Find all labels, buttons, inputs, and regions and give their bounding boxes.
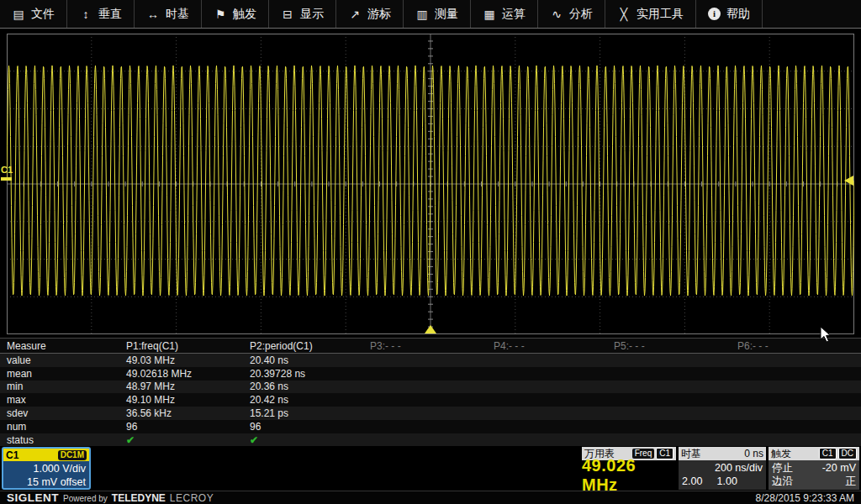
- utility-icon: ╳: [617, 8, 631, 21]
- measure-cell-sdev-p1: 36.56 kHz: [119, 407, 243, 419]
- coupling-badge: DC1M: [58, 450, 87, 460]
- measure-row-label: status: [0, 434, 119, 446]
- measure-row-num: num9696: [0, 420, 861, 433]
- channel-offset-bar: [1, 177, 12, 181]
- trigger-source-badge: C1: [819, 448, 837, 459]
- menu-item-vertical[interactable]: ↕垂直: [67, 0, 135, 28]
- file-icon: ▤: [12, 8, 25, 21]
- menu-item-file[interactable]: ▤文件: [0, 0, 67, 28]
- measure-cell-status-p1: ✔: [119, 434, 243, 446]
- cursor-icon: ↗: [348, 8, 362, 21]
- menu-item-label: 实用工具: [637, 7, 684, 22]
- bottom-panel-row: C1 DC1M 1.000 V/div 15 mV offset 万用表 Fre…: [0, 446, 861, 491]
- measure-row-status: status✔✔: [0, 433, 861, 447]
- channel-name: C1: [6, 449, 18, 461]
- trigger-icon: ⚑: [214, 8, 227, 21]
- timebase-delay: 0 ns: [744, 448, 763, 459]
- measure-param-header-p3[interactable]: P3:- - -: [363, 340, 487, 352]
- channel-offset-marker[interactable]: C1: [1, 165, 13, 181]
- scope-screen[interactable]: C1: [0, 29, 861, 338]
- menu-item-cursor[interactable]: ↗游标: [336, 0, 404, 28]
- help-icon: i: [708, 8, 721, 20]
- menu-item-help[interactable]: i帮助: [696, 0, 763, 28]
- measure-cell-sdev-p2: 15.21 ps: [243, 407, 363, 419]
- measure-cell-num-p2: 96: [243, 421, 363, 433]
- trigger-level: -20 mV: [822, 461, 856, 475]
- trigger-mode: 停止: [772, 461, 793, 475]
- measure-row-label: num: [0, 421, 119, 433]
- measure-cell-max-p1: 49.10 MHz: [119, 394, 243, 406]
- status-bar: SIGLENT Powered by TELEDYNE LECROY 8/28/…: [0, 491, 861, 504]
- timebase-panel[interactable]: 时基 0 ns 200 ns/div 2.00 kS 1.00 GS/s: [679, 447, 766, 490]
- measure-row-label: value: [0, 354, 119, 366]
- measure-row-value: value49.03 MHz20.40 ns: [0, 354, 861, 367]
- measure-param-header-p4[interactable]: P4:- - -: [487, 340, 607, 352]
- math-icon: ▦: [483, 8, 496, 21]
- measure-row-label: max: [0, 394, 119, 406]
- measure-table: MeasureP1:freq(C1)P2:period(C1)P3:- - -P…: [0, 338, 861, 446]
- trigger-panel[interactable]: 触发 C1 DC 停止 -20 mV 边沿 正: [769, 447, 859, 490]
- menu-item-label: 文件: [31, 7, 55, 22]
- menu-item-analysis[interactable]: ∿分析: [538, 0, 605, 28]
- trigger-type: 边沿: [772, 475, 793, 488]
- powered-by-text: Powered by: [63, 494, 108, 503]
- measure-cell-num-p1: 96: [119, 421, 243, 433]
- display-icon: ⊟: [281, 8, 294, 21]
- menu-item-label: 时基: [166, 7, 189, 22]
- menu-item-label: 触发: [233, 7, 256, 22]
- siglent-logo: SIGLENT: [7, 491, 59, 504]
- measure-table-title: Measure: [0, 340, 119, 352]
- analysis-icon: ∿: [550, 8, 563, 21]
- measure-row-mean: mean49.02618 MHz20.39728 ns: [0, 367, 861, 381]
- measure-rows: value49.03 MHz20.40 nsmean49.02618 MHz20…: [0, 354, 861, 447]
- menu-item-utility[interactable]: ╳实用工具: [605, 0, 696, 28]
- multimeter-value: 49.026 MHz: [582, 460, 676, 490]
- menu-item-label: 运算: [502, 7, 526, 22]
- lecroy-logo: LECROY: [170, 492, 214, 504]
- menu-item-label: 游标: [367, 7, 391, 22]
- graticule[interactable]: [7, 34, 854, 334]
- measure-param-header-p1[interactable]: P1:freq(C1): [119, 340, 243, 352]
- channel-scale: 1.000 V/div: [3, 462, 86, 475]
- measure-row-label: min: [0, 381, 119, 392]
- multimeter-panel[interactable]: 万用表 Freq C1 49.026 MHz: [582, 447, 676, 490]
- menu-item-display[interactable]: ⊟显示: [269, 0, 336, 28]
- measure-row-label: mean: [0, 368, 119, 380]
- trigger-slope: 正: [846, 475, 857, 488]
- trigger-position-marker[interactable]: [425, 325, 436, 333]
- menu-item-label: 显示: [300, 7, 324, 22]
- measure-cell-mean-p2: 20.39728 ns: [243, 368, 363, 380]
- timebase-scale: 200 ns/div: [682, 461, 763, 475]
- measure-cell-mean-p1: 49.02618 MHz: [119, 368, 243, 380]
- measure-row-sdev: sdev36.56 kHz15.21 ps: [0, 407, 861, 420]
- menu-item-timebase[interactable]: ↔时基: [135, 0, 202, 28]
- menu-item-math[interactable]: ▦运算: [471, 0, 538, 28]
- timebase-icon: ↔: [146, 8, 160, 21]
- menu-item-label: 帮助: [726, 7, 750, 22]
- measure-cell-status-p2: ✔: [243, 434, 363, 446]
- channel1-descriptor-box[interactable]: C1 DC1M 1.000 V/div 15 mV offset: [2, 447, 91, 490]
- measure-param-header-p5[interactable]: P5:- - -: [607, 340, 731, 352]
- brand-logo: SIGLENT Powered by TELEDYNE LECROY: [7, 491, 214, 504]
- measure-header-row: MeasureP1:freq(C1)P2:period(C1)P3:- - -P…: [0, 339, 861, 354]
- measure-cell-value-p2: 20.40 ns: [243, 354, 363, 366]
- menu-item-label: 测量: [435, 7, 458, 22]
- menu-bar: ▤文件↕垂直↔时基⚑触发⊟显示↗游标▥测量▦运算∿分析╳实用工具i帮助: [0, 0, 861, 29]
- measure-cell-min-p1: 48.97 MHz: [119, 381, 243, 392]
- measure-cell-value-p1: 49.03 MHz: [119, 354, 243, 366]
- measure-cell-min-p2: 20.36 ns: [243, 381, 363, 392]
- menu-item-measure[interactable]: ▥测量: [404, 0, 471, 28]
- measure-cell-max-p2: 20.42 ns: [243, 394, 363, 406]
- measure-row-max: max49.10 MHz20.42 ns: [0, 393, 861, 407]
- trigger-coupling-badge: DC: [838, 448, 857, 459]
- menu-item-trigger[interactable]: ⚑触发: [202, 0, 269, 28]
- teledyne-logo: TELEDYNE: [112, 492, 166, 504]
- measure-param-header-p2[interactable]: P2:period(C1): [243, 340, 363, 352]
- measure-row-min: min48.97 MHz20.36 ns: [0, 381, 861, 394]
- measure-icon: ▥: [415, 8, 429, 21]
- mouse-cursor: [820, 327, 833, 344]
- measure-row-label: sdev: [0, 407, 119, 419]
- measure-param-header-p6[interactable]: P6:- - -: [731, 340, 861, 352]
- vertical-icon: ↕: [79, 8, 92, 21]
- datetime-display: 8/28/2015 9:23:33 AM: [756, 492, 854, 504]
